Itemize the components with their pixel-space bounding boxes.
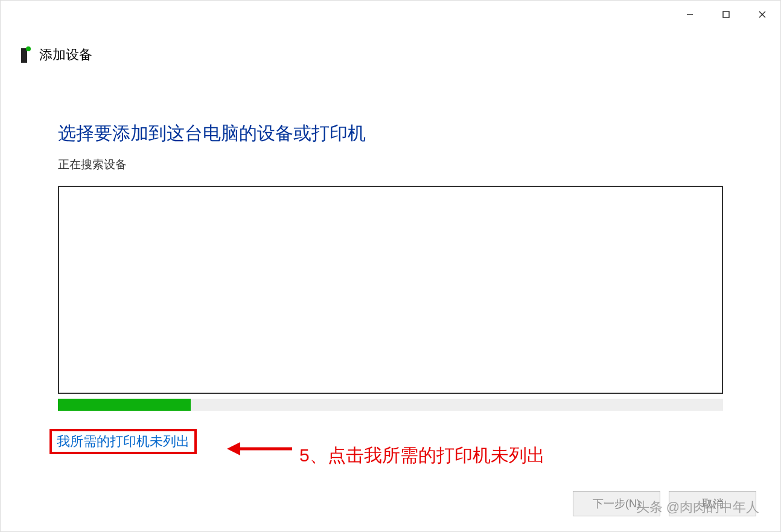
progress-bar [58, 399, 723, 411]
maximize-button[interactable] [708, 1, 744, 28]
maximize-icon [722, 10, 730, 19]
svg-rect-1 [723, 11, 729, 17]
svg-point-5 [26, 46, 31, 51]
content-area: 选择要添加到这台电脑的设备或打印机 正在搜索设备 [58, 121, 723, 411]
dialog-header: 添加设备 [19, 46, 92, 64]
minimize-icon [686, 10, 694, 19]
window-titlebar [672, 1, 780, 28]
main-heading: 选择要添加到这台电脑的设备或打印机 [58, 121, 723, 146]
device-list-box[interactable] [58, 186, 723, 394]
add-device-window: 添加设备 选择要添加到这台电脑的设备或打印机 正在搜索设备 我所需的打印机未列出… [0, 0, 781, 532]
printer-not-listed-link[interactable]: 我所需的打印机未列出 [57, 434, 190, 449]
svg-marker-7 [227, 442, 240, 455]
annotation-text: 5、点击我所需的打印机未列出 [299, 443, 545, 468]
device-icon [19, 46, 32, 64]
close-button[interactable] [744, 1, 780, 28]
watermark-text: 头条 @肉肉的中年人 [636, 498, 759, 516]
progress-fill [58, 399, 191, 411]
close-icon [758, 10, 767, 19]
annotation-arrow-icon [227, 440, 293, 458]
search-status: 正在搜索设备 [58, 157, 723, 173]
minimize-button[interactable] [672, 1, 708, 28]
dialog-title: 添加设备 [39, 46, 92, 64]
printer-not-listed-highlight: 我所需的打印机未列出 [49, 429, 197, 454]
svg-rect-4 [21, 48, 27, 63]
